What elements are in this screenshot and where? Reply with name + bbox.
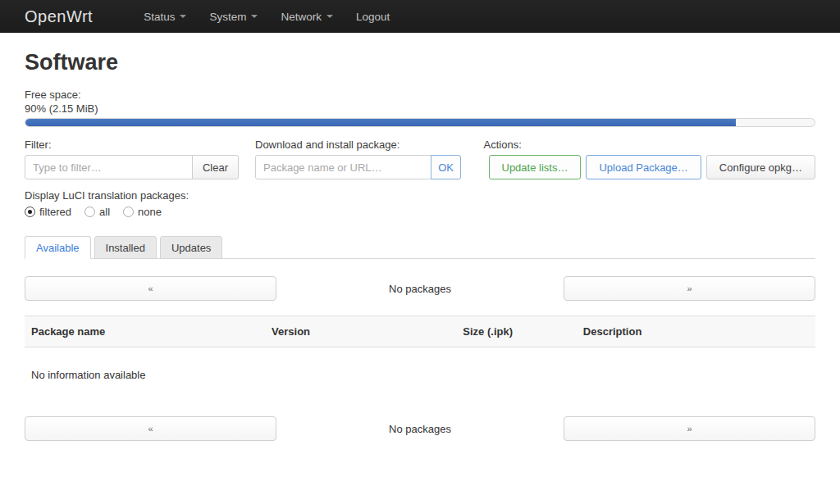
pager-top: « No packages »	[25, 276, 815, 301]
column-header-package-name: Package name	[25, 316, 265, 347]
next-page-button[interactable]: »	[564, 416, 815, 441]
tab-updates[interactable]: Updates	[160, 236, 222, 259]
configure-opkg-button[interactable]: Configure opkg…	[706, 155, 815, 179]
actions-label: Actions:	[484, 138, 816, 151]
filter-input[interactable]	[25, 155, 193, 179]
nav-item-status-label: Status	[144, 11, 175, 23]
clear-button[interactable]: Clear	[192, 155, 239, 179]
radio-selected-icon	[25, 207, 35, 217]
nav-item-system-label: System	[209, 11, 246, 23]
pager-status: No packages	[276, 283, 564, 295]
tab-available[interactable]: Available	[25, 236, 91, 259]
radio-unselected-icon	[123, 207, 134, 217]
radio-all-label: all	[99, 206, 110, 218]
top-navbar: OpenWrt Status System Network Logout	[0, 0, 840, 33]
upload-package-button[interactable]: Upload Package…	[586, 155, 701, 179]
package-tabs: Available Installed Updates	[25, 236, 815, 259]
next-page-button[interactable]: »	[564, 276, 815, 301]
package-table: Package name Version Size (.ipk) Descrip…	[25, 316, 815, 381]
download-section: Download and install package: OK	[255, 138, 461, 179]
package-url-input[interactable]	[255, 155, 431, 179]
nav-item-network-label: Network	[281, 11, 322, 23]
radio-option-filtered[interactable]: filtered	[25, 206, 71, 218]
nav-item-system[interactable]: System	[198, 0, 269, 33]
nav-item-network[interactable]: Network	[269, 0, 345, 33]
radio-none-label: none	[138, 206, 162, 218]
free-space-progressbar	[25, 118, 815, 127]
nav-item-status[interactable]: Status	[132, 0, 198, 33]
column-header-description: Description	[577, 316, 815, 347]
translation-section: Display LuCI translation packages: filte…	[25, 189, 815, 218]
chevron-down-icon	[326, 15, 333, 18]
filter-label: Filter:	[25, 138, 239, 151]
filter-section: Filter: Clear	[25, 138, 239, 179]
package-table-header: Package name Version Size (.ipk) Descrip…	[25, 316, 815, 347]
update-lists-button[interactable]: Update lists…	[489, 155, 582, 179]
chevron-down-icon	[251, 15, 258, 18]
radio-unselected-icon	[84, 207, 95, 217]
radio-option-all[interactable]: all	[84, 206, 110, 218]
openwrt-logo: OpenWrt	[25, 7, 93, 26]
free-space-label: Free space:	[25, 88, 815, 102]
pager-status: No packages	[276, 423, 564, 435]
column-header-version: Version	[265, 316, 456, 347]
page-title: Software	[25, 50, 815, 75]
column-header-size: Size (.ipk)	[456, 316, 577, 347]
prev-page-button[interactable]: «	[25, 416, 276, 441]
table-empty-message: No information available	[25, 347, 815, 381]
tab-installed[interactable]: Installed	[94, 236, 157, 259]
prev-page-button[interactable]: «	[25, 276, 276, 301]
actions-section: Actions: Update lists… Upload Package… C…	[484, 138, 816, 179]
controls-row: Filter: Clear Download and install packa…	[25, 138, 815, 179]
free-space-section: Free space: 90% (2.15 MiB)	[25, 88, 815, 127]
download-label: Download and install package:	[255, 138, 461, 151]
translation-label: Display LuCI translation packages:	[25, 189, 815, 202]
chevron-down-icon	[180, 15, 186, 18]
free-space-value: 90% (2.15 MiB)	[25, 102, 815, 116]
free-space-progress-fill	[25, 119, 736, 126]
ok-button[interactable]: OK	[431, 155, 461, 179]
nav-item-logout[interactable]: Logout	[345, 0, 401, 33]
nav-item-logout-label: Logout	[356, 11, 390, 23]
pager-bottom: « No packages »	[25, 416, 815, 441]
radio-filtered-label: filtered	[39, 206, 71, 218]
radio-option-none[interactable]: none	[123, 206, 162, 218]
